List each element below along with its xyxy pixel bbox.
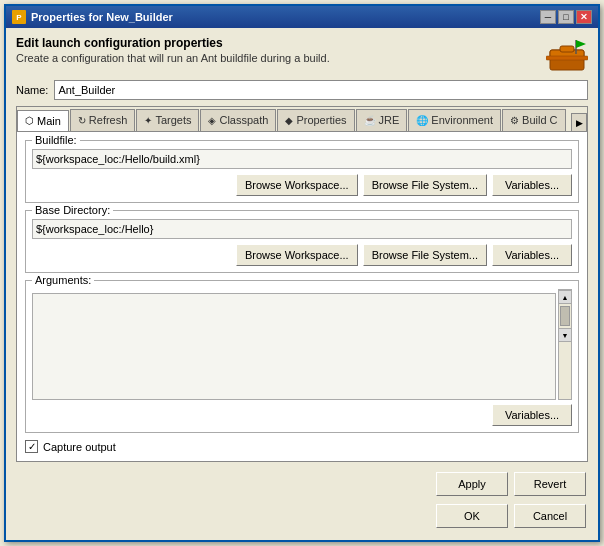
buildfile-browse-filesystem-button[interactable]: Browse File System...: [363, 174, 487, 196]
bottom-buttons: Apply Revert: [16, 468, 588, 498]
basedirectory-group: Base Directory: Browse Workspace... Brow…: [25, 210, 579, 273]
environment-tab-icon: 🌐: [416, 115, 428, 126]
arguments-textarea[interactable]: [32, 293, 556, 400]
svg-rect-3: [546, 56, 588, 60]
buildfile-label: Buildfile:: [32, 134, 80, 146]
arguments-group: Arguments: ▲ ▼ Variables...: [25, 280, 579, 433]
bottom-right-buttons: Apply Revert: [436, 472, 586, 496]
window-icon: P: [12, 10, 26, 24]
tab-main[interactable]: ⬡ Main: [17, 110, 69, 132]
properties-dialog: P Properties for New_Builder ─ □ ✕ Edit …: [4, 4, 600, 542]
ok-cancel-row: OK Cancel: [16, 504, 588, 532]
tab-properties[interactable]: ◆ Properties: [277, 109, 354, 131]
basedirectory-variables-button[interactable]: Variables...: [492, 244, 572, 266]
window-title: Properties for New_Builder: [31, 11, 173, 23]
basedirectory-browse-filesystem-button[interactable]: Browse File System...: [363, 244, 487, 266]
capture-row: ✓ Capture output: [25, 440, 579, 453]
basedirectory-label: Base Directory:: [32, 204, 113, 216]
tab-scroll-right[interactable]: ▶: [571, 113, 587, 131]
ant-icon: [546, 36, 588, 74]
buildfile-buttons: Browse Workspace... Browse File System..…: [32, 174, 572, 196]
ok-button[interactable]: OK: [436, 504, 508, 528]
classpath-tab-icon: ◈: [208, 115, 216, 126]
basedirectory-browse-workspace-button[interactable]: Browse Workspace...: [236, 244, 358, 266]
basedirectory-input[interactable]: [32, 219, 572, 239]
window-controls: ─ □ ✕: [540, 10, 592, 24]
header-section: Edit launch configuration properties Cre…: [16, 36, 588, 74]
scroll-down-arrow[interactable]: ▼: [558, 328, 572, 342]
tab-targets[interactable]: ✦ Targets: [136, 109, 199, 131]
tabs-container: ⬡ Main ↻ Refresh ✦ Targets ◈ Classpath ◆: [16, 106, 588, 462]
refresh-tab-icon: ↻: [78, 115, 86, 126]
title-bar: P Properties for New_Builder ─ □ ✕: [6, 6, 598, 28]
buildfile-browse-workspace-button[interactable]: Browse Workspace...: [236, 174, 358, 196]
svg-marker-5: [576, 40, 586, 48]
tab-buildc[interactable]: ⚙ Build C: [502, 109, 565, 131]
name-label: Name:: [16, 84, 48, 96]
close-button[interactable]: ✕: [576, 10, 592, 24]
buildfile-group: Buildfile: Browse Workspace... Browse Fi…: [25, 140, 579, 203]
arguments-btn-row: Variables...: [32, 404, 572, 426]
name-row: Name:: [16, 80, 588, 100]
tab-classpath[interactable]: ◈ Classpath: [200, 109, 276, 131]
jre-tab-icon: ☕: [364, 115, 376, 126]
scroll-up-arrow[interactable]: ▲: [558, 290, 572, 304]
header-title: Edit launch configuration properties: [16, 36, 330, 50]
buildc-tab-icon: ⚙: [510, 115, 519, 126]
maximize-button[interactable]: □: [558, 10, 574, 24]
header-subtitle: Create a configuration that will run an …: [16, 52, 330, 64]
buildfile-variables-button[interactable]: Variables...: [492, 174, 572, 196]
buildfile-input[interactable]: [32, 149, 572, 169]
revert-button[interactable]: Revert: [514, 472, 586, 496]
tabs-bar: ⬡ Main ↻ Refresh ✦ Targets ◈ Classpath ◆: [17, 107, 587, 132]
svg-rect-2: [560, 46, 574, 52]
name-input[interactable]: [54, 80, 588, 100]
capture-output-label: Capture output: [43, 441, 116, 453]
properties-tab-icon: ◆: [285, 115, 293, 126]
basedirectory-buttons: Browse Workspace... Browse File System..…: [32, 244, 572, 266]
minimize-button[interactable]: ─: [540, 10, 556, 24]
cancel-button[interactable]: Cancel: [514, 504, 586, 528]
arguments-variables-button[interactable]: Variables...: [492, 404, 572, 426]
arguments-label: Arguments:: [32, 274, 94, 286]
dialog-content: Edit launch configuration properties Cre…: [6, 28, 598, 540]
tab-content-main: Buildfile: Browse Workspace... Browse Fi…: [17, 132, 587, 461]
scroll-thumb[interactable]: [560, 306, 570, 326]
targets-tab-icon: ✦: [144, 115, 152, 126]
capture-output-checkbox[interactable]: ✓: [25, 440, 38, 453]
tab-jre[interactable]: ☕ JRE: [356, 109, 408, 131]
main-tab-icon: ⬡: [25, 115, 34, 126]
arguments-scrollbar[interactable]: ▲ ▼: [558, 289, 572, 400]
tab-environment[interactable]: 🌐 Environment: [408, 109, 501, 131]
tab-refresh[interactable]: ↻ Refresh: [70, 109, 136, 131]
apply-button[interactable]: Apply: [436, 472, 508, 496]
